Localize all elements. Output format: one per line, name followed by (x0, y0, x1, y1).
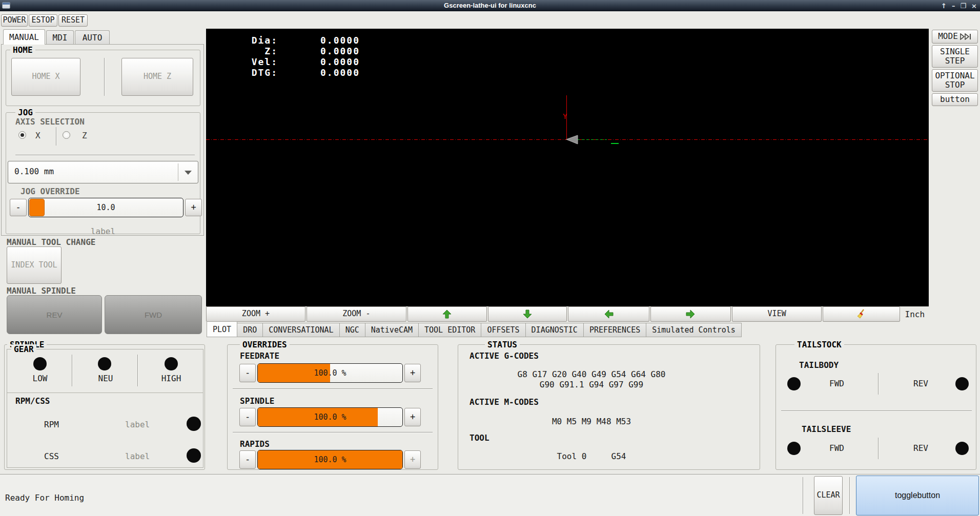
single-step-button[interactable]: SINGLE STEP (932, 45, 978, 68)
tailbody-fwd-label: FWD (829, 379, 844, 388)
tab-ngc-label: NGC (345, 325, 359, 335)
manual-spindle-label: MANUAL SPINDLE (7, 286, 76, 296)
tool-path-mark (611, 143, 619, 144)
jog-override-slider[interactable]: 10.0 (28, 198, 183, 217)
tab-ngc[interactable]: NGC (339, 323, 365, 337)
index-tool-button[interactable]: INDEX TOOL (7, 246, 62, 284)
tab-dro[interactable]: DRO (237, 323, 263, 337)
maximize-icon[interactable]: ❐ (960, 2, 966, 10)
clear-plot-button[interactable] (823, 306, 900, 322)
clear-button[interactable]: CLEAR (814, 476, 843, 515)
tab-preferences[interactable]: PREFERENCES (583, 323, 646, 337)
tailstock-separator (781, 410, 972, 411)
jog-increment-dropdown[interactable]: 0.100 mm (8, 161, 198, 183)
feedrate-slider[interactable]: 100.0 % (257, 363, 403, 383)
mode-button[interactable]: MODE (932, 30, 978, 44)
arrow-right-icon (685, 309, 696, 319)
arrow-left-icon (604, 309, 614, 319)
spindle-override-label: SPINDLE (240, 396, 274, 406)
rollup-icon[interactable]: ↑ (941, 2, 947, 10)
gear-neu-label: NEU (73, 374, 138, 383)
gear-low-led (33, 357, 47, 370)
tab-nativecam[interactable]: NativeCAM (365, 323, 419, 337)
feedrate-minus-button[interactable]: - (239, 364, 256, 382)
close-icon[interactable]: × (971, 2, 977, 10)
dro-row-dtg: DTG: 0.0000 (232, 67, 365, 78)
pan-right-button[interactable] (650, 306, 731, 322)
axis-z-radio[interactable] (63, 131, 70, 139)
tailstock-panel-label: TAILSTOCK (794, 340, 844, 349)
spindle-plus-button[interactable]: + (404, 408, 421, 426)
jog-frame-label: JOG (15, 108, 35, 117)
gear-high-label: HIGH (138, 374, 204, 383)
jog-override-minus-button[interactable]: - (10, 199, 27, 216)
generic-button[interactable]: button (932, 93, 978, 106)
jog-override-label: JOG OVERRIDE (21, 187, 80, 196)
tab-conversational[interactable]: CONVERSATIONAL (262, 323, 339, 337)
skip-next-icon (960, 33, 972, 40)
pan-down-button[interactable] (488, 306, 567, 322)
dro-vel-value: 0.0000 (278, 56, 360, 67)
status-panel: STATUS ACTIVE G-CODES G8 G17 G20 G40 G49… (458, 344, 760, 470)
rapids-slider[interactable]: 100.0 % (257, 450, 403, 469)
zoom-in-button[interactable]: ZOOM + (206, 306, 305, 322)
dro-row-dia: Dia: 0.0000 (232, 35, 365, 46)
minimize-icon[interactable]: – (952, 2, 955, 10)
feedrate-label: FEEDRATE (240, 351, 279, 361)
y-axis-line (566, 95, 567, 139)
tab-plot-label: PLOT (213, 325, 231, 334)
gear-frame: GEAR LOW NEU HIGH (7, 349, 203, 393)
zoom-out-button[interactable]: ZOOM - (307, 306, 406, 322)
dro-dtg-value: 0.0000 (278, 67, 360, 78)
power-button[interactable]: POWER (1, 14, 28, 27)
rapids-minus-button[interactable]: - (239, 450, 256, 469)
rpm-css-frame: RPM/CSS RPM label CSS label (7, 393, 203, 468)
arrow-up-icon (442, 309, 452, 319)
mcodes-line: M0 M5 M9 M48 M53 (458, 417, 725, 427)
home-z-button[interactable]: HOME Z (121, 58, 193, 96)
title-bar[interactable]: Gscreen-lathe-ui for linuxcnc ↑ – ❐ × (0, 0, 980, 11)
estop-button[interactable]: ESTOP (29, 14, 57, 27)
tab-mdi[interactable]: MDI (46, 30, 74, 44)
tab-offsets[interactable]: OFFSETS (481, 323, 525, 337)
jog-override-plus-button[interactable]: + (185, 199, 202, 216)
spindle-slider[interactable]: 100.0 % (257, 407, 403, 427)
rpm-label: RPM (44, 420, 59, 429)
reset-button[interactable]: RESET (58, 14, 88, 27)
jog-override-value: 10.0 (29, 198, 183, 217)
tab-plot[interactable]: PLOT (207, 321, 237, 337)
tab-dro-label: DRO (243, 325, 257, 335)
spindle-minus-button[interactable]: - (239, 408, 256, 426)
tab-manual[interactable]: MANUAL (3, 29, 45, 45)
tab-diagnostic[interactable]: DIAGNOSTIC (525, 323, 584, 337)
axis-x-label: X (35, 131, 40, 140)
chevron-down-icon (185, 171, 192, 175)
pan-left-button[interactable] (568, 306, 649, 322)
tab-auto[interactable]: AUTO (75, 30, 110, 44)
tailsleeve-rev-led (955, 442, 969, 455)
tab-simulated-controls[interactable]: Simulated Controls (646, 323, 742, 337)
axis-x-radio[interactable] (18, 131, 26, 139)
gcodes-line-1: G8 G17 G20 G40 G49 G54 G64 G80 (458, 369, 725, 380)
mode-button-label: MODE (938, 32, 958, 41)
axis-separator (56, 127, 57, 146)
toggle-button[interactable]: togglebutton (856, 476, 979, 515)
view-button[interactable]: VIEW (732, 306, 822, 322)
tab-tool-editor[interactable]: TOOL EDITOR (418, 323, 481, 337)
css-label: CSS (44, 451, 59, 461)
manual-tab-page: HOME HOME X HOME Z JOG AXIS SELECTION X … (1, 44, 204, 236)
broom-icon (855, 308, 867, 320)
tailsleeve-rev-label: REV (913, 443, 928, 453)
dro-z-value: 0.0000 (278, 46, 360, 56)
rapids-plus-button[interactable]: + (404, 450, 421, 469)
spindle-rev-button[interactable]: REV (7, 295, 102, 334)
tailbody-rev-led (955, 377, 969, 390)
tab-mdi-label: MDI (53, 33, 68, 43)
spindle-fwd-button[interactable]: FWD (105, 295, 202, 334)
home-x-button[interactable]: HOME X (11, 58, 80, 96)
plot-canvas[interactable]: Dia: 0.0000 Z: 0.0000 Vel: 0.0000 DTG: 0… (206, 29, 929, 306)
feedrate-plus-button[interactable]: + (404, 364, 421, 382)
pan-up-button[interactable] (407, 306, 487, 322)
optional-stop-button[interactable]: OPTIONAL STOP (932, 69, 978, 92)
dro-vel-label: Vel: (232, 56, 278, 67)
